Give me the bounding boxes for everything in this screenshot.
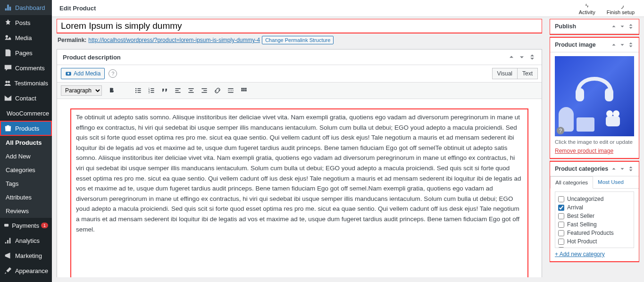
text-tab[interactable]: Text [517,68,538,79]
submenu-reviews[interactable]: Reviews [0,204,52,218]
sidebar-item-payments[interactable]: Payments1 [0,218,52,233]
sidebar-item-comments[interactable]: Comments [0,60,52,75]
svg-rect-35 [228,92,233,93]
sidebar-item-woocommerce[interactable]: WooCommerce [0,106,52,121]
category-item[interactable]: Best Seller [558,212,631,220]
category-item[interactable]: Fast Selling [558,220,631,229]
svg-point-11 [67,73,69,75]
drag-icon[interactable] [627,166,634,172]
align-center-button[interactable] [185,84,197,97]
help-icon[interactable]: ? [109,69,117,78]
product-title-input[interactable] [57,19,542,33]
italic-button[interactable] [119,84,131,97]
sidebar-item-appearance[interactable]: Appearance [0,263,52,278]
quote-button[interactable] [159,84,171,97]
align-right-button[interactable] [198,84,210,97]
toolbar-toggle-button[interactable] [238,84,250,97]
help-icon[interactable]: ? [557,127,564,134]
svg-rect-17 [137,92,141,93]
svg-rect-23 [151,92,154,93]
svg-rect-31 [203,90,207,91]
chevron-down-icon[interactable] [619,41,626,48]
svg-rect-37 [243,88,244,89]
submenu-add-new[interactable]: Add New [0,149,52,163]
svg-point-1 [5,81,8,83]
category-checkbox[interactable] [558,230,564,236]
comment-icon [4,64,12,72]
category-checkbox[interactable] [558,222,564,228]
testimonials-icon [4,79,11,87]
add-media-button[interactable]: Add Media [61,68,105,79]
category-checkbox[interactable] [558,205,564,211]
marketing-icon [4,251,12,260]
drag-icon[interactable] [528,53,536,61]
visual-tab[interactable]: Visual [492,68,517,79]
chevron-up-icon[interactable] [508,53,515,61]
tab-most-used[interactable]: Most Used [593,176,628,188]
numbered-list-button[interactable]: 123 [145,84,158,97]
sidebar-item-yith[interactable]: YITH [0,278,52,282]
drag-icon[interactable] [627,41,634,48]
align-left-button[interactable] [172,84,184,97]
svg-rect-41 [245,90,246,91]
category-item[interactable]: Uncategorized [558,195,631,203]
page-title: Edit Product [59,5,96,12]
chevron-down-icon[interactable] [619,23,626,30]
pin-icon [4,18,12,27]
link-button[interactable] [211,84,224,97]
svg-rect-29 [188,92,193,93]
readmore-button[interactable] [225,84,237,97]
submenu-tags[interactable]: Tags [0,177,52,191]
sidebar-item-dashboard[interactable]: Dashboard [0,0,52,15]
headphones-icon [573,65,616,102]
svg-point-46 [613,110,619,117]
category-item[interactable]: Hot Product [558,237,631,246]
bullet-list-button[interactable] [132,84,144,97]
submenu-attributes[interactable]: Attributes [0,191,52,204]
finish-setup-button[interactable]: Finish setup [607,2,635,15]
svg-rect-39 [241,90,243,91]
bold-button[interactable] [106,84,118,97]
sidebar-item-media[interactable]: Media [0,30,52,45]
permalink-label: Permalink: [58,37,86,43]
add-category-link[interactable]: + Add new category [555,248,605,257]
sidebar-item-testimonials[interactable]: Testimonials [0,75,52,91]
editor-textarea[interactable]: Te obtinuit ut adepto satis somno. Aliis… [70,108,528,277]
chevron-up-icon[interactable] [611,23,617,30]
svg-rect-24 [175,88,180,89]
sidebar-item-analytics[interactable]: Analytics [0,233,52,248]
image-caption: Click the image to edit or update [555,136,634,145]
svg-rect-33 [228,88,233,89]
sidebar-item-posts[interactable]: Posts [0,15,52,30]
remove-image-link[interactable]: Remove product image [555,145,613,154]
sidebar-item-contact[interactable]: Contact [0,91,52,106]
category-list[interactable]: UncategorizedArrivalBest SellerFast Sell… [555,191,634,248]
chevron-down-icon[interactable] [518,53,526,61]
chevron-up-icon[interactable] [611,166,617,172]
sidebar-item-pages[interactable]: Pages [0,45,52,60]
tab-all-categories[interactable]: All categories [550,176,593,189]
sidebar-item-marketing[interactable]: Marketing [0,248,52,263]
category-checkbox[interactable] [558,239,564,245]
permalink-link[interactable]: http://localhost/wordpress/?product=lore… [88,37,260,43]
topbar: Edit Product Activity Finish setup [52,0,644,17]
paragraph-select[interactable]: Paragraph [61,85,102,96]
svg-rect-36 [241,88,243,89]
category-item[interactable]: Arrival [558,203,631,212]
analytics-icon [4,236,12,245]
chevron-up-icon[interactable] [611,41,617,48]
badge: 1 [41,223,48,228]
product-image-preview[interactable]: ? [555,56,634,136]
submenu-all-products[interactable]: All Products [0,136,52,149]
panel-heading: Product image [555,41,596,48]
products-icon [4,124,12,133]
category-checkbox[interactable] [558,196,564,202]
sidebar-item-products[interactable]: Products [0,121,52,136]
activity-button[interactable]: Activity [579,2,595,15]
category-item[interactable]: Featured Products [558,229,631,237]
category-checkbox[interactable] [558,213,564,219]
submenu-categories[interactable]: Categories [0,163,52,177]
drag-icon[interactable] [627,23,634,30]
change-permalink-button[interactable]: Change Permalink Structure [262,36,334,44]
chevron-down-icon[interactable] [619,166,626,172]
